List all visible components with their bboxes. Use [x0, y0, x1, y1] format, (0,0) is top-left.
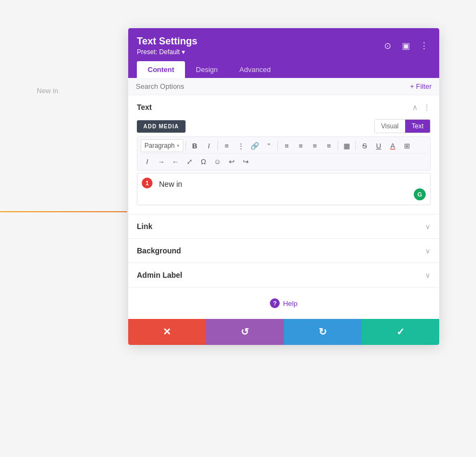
link-section-header[interactable]: Link ∨ — [128, 214, 439, 238]
toolbar-row-1: Paragraph ▾ B I ≡ ⋮ 🔗 " ≡ — [141, 139, 427, 152]
text-section-title: Text — [137, 103, 152, 112]
header-icons-group: ⊙ ▣ ⋮ — [381, 40, 431, 53]
text-section-icons: ∧ ⋮ — [412, 103, 431, 112]
text-section: Text ∧ ⋮ ADD MEDIA Visual Text — [128, 95, 439, 214]
toolbar-divider-3 — [277, 141, 278, 151]
fullscreen-button[interactable]: ⤢ — [183, 155, 196, 168]
toolbar-divider-1 — [186, 141, 186, 151]
panel-tabs: Content Design Advanced — [137, 61, 431, 78]
panel-body: Text ∧ ⋮ ADD MEDIA Visual Text — [128, 95, 439, 319]
toolbar-divider-2 — [217, 141, 218, 151]
help-icon: ? — [270, 298, 280, 308]
special-chars-button[interactable]: Ω — [197, 155, 210, 168]
editor-area[interactable]: 1 New in G — [137, 173, 431, 205]
panel-title-group: Text Settings Preset: Default ▾ — [137, 36, 197, 56]
underline-button[interactable]: U — [372, 139, 385, 152]
outdent-button[interactable]: ← — [169, 155, 182, 168]
ordered-list-button[interactable]: ⋮ — [234, 139, 247, 152]
more-icon[interactable]: ⋮ — [418, 40, 431, 53]
align-right-button[interactable]: ≡ — [308, 139, 321, 152]
paragraph-select[interactable]: Paragraph ▾ — [141, 139, 183, 152]
indent-left-button[interactable]: I — [141, 155, 154, 168]
search-bar: + Filter — [128, 78, 439, 95]
background-section-header[interactable]: Background ∨ — [128, 239, 439, 263]
italic-button[interactable]: I — [202, 139, 215, 152]
text-section-header[interactable]: Text ∧ ⋮ — [128, 95, 439, 119]
text-section-collapse-icon[interactable]: ∧ — [412, 103, 418, 112]
blockquote-button[interactable]: " — [262, 139, 275, 152]
page-background: New in Text Settings Preset: Default ▾ ⊙… — [0, 0, 476, 457]
indent-right-button[interactable]: → — [155, 155, 168, 168]
more-formats-button[interactable]: ⊞ — [400, 139, 413, 152]
text-tab-button[interactable]: Text — [405, 120, 430, 133]
emoji-button[interactable]: ☺ — [211, 155, 224, 168]
strikethrough-button[interactable]: S — [358, 139, 371, 152]
help-area: ? Help — [128, 288, 439, 319]
editor-content[interactable]: New in — [144, 179, 424, 190]
admin-label-section-header[interactable]: Admin Label ∨ — [128, 263, 439, 287]
tab-advanced[interactable]: Advanced — [229, 61, 282, 78]
align-left-button[interactable]: ≡ — [280, 139, 293, 152]
link-section-title: Link — [137, 222, 153, 231]
redo-editor-button[interactable]: ↪ — [239, 155, 252, 168]
align-center-button[interactable]: ≡ — [294, 139, 307, 152]
toolbar-row-2: I → ← ⤢ Ω ☺ ↩ ↪ — [141, 153, 427, 168]
admin-label-section-title: Admin Label — [137, 271, 182, 279]
settings-icon[interactable]: ⊙ — [381, 40, 394, 53]
toolbar-divider-5 — [355, 141, 356, 151]
unordered-list-button[interactable]: ≡ — [220, 139, 233, 152]
redo-button[interactable]: ↻ — [284, 319, 362, 345]
link-button[interactable]: 🔗 — [248, 139, 261, 152]
admin-label-section: Admin Label ∨ — [128, 263, 439, 288]
text-section-more-icon[interactable]: ⋮ — [423, 103, 431, 112]
align-justify-button[interactable]: ≡ — [322, 139, 335, 152]
panel-footer: ✕ ↺ ↻ ✓ — [128, 319, 439, 345]
panel-title: Text Settings — [137, 36, 197, 47]
side-label: New in — [37, 87, 58, 95]
orange-decoration-line — [0, 211, 127, 212]
background-section-title: Background — [137, 246, 181, 255]
panel-header: Text Settings Preset: Default ▾ ⊙ ▣ ⋮ Co… — [128, 28, 439, 78]
font-color-button[interactable]: A — [386, 139, 399, 152]
add-media-button[interactable]: ADD MEDIA — [137, 120, 186, 133]
panel-preset[interactable]: Preset: Default ▾ — [137, 48, 197, 56]
link-chevron-icon: ∨ — [425, 223, 431, 231]
layout-icon[interactable]: ▣ — [399, 40, 412, 53]
undo-button[interactable]: ↺ — [206, 319, 284, 345]
link-section: Link ∨ — [128, 214, 439, 239]
editor-badge: 1 — [142, 178, 153, 188]
text-section-content: ADD MEDIA Visual Text Paragraph ▾ — [128, 119, 439, 214]
visual-tab-button[interactable]: Visual — [375, 120, 405, 133]
cancel-button[interactable]: ✕ — [128, 319, 206, 345]
help-label[interactable]: Help — [283, 299, 298, 308]
filter-button[interactable]: + Filter — [410, 82, 432, 90]
search-input[interactable] — [136, 82, 410, 90]
save-button[interactable]: ✓ — [361, 319, 439, 345]
tab-design[interactable]: Design — [185, 61, 228, 78]
visual-text-toggle: Visual Text — [374, 119, 431, 133]
text-settings-panel: Text Settings Preset: Default ▾ ⊙ ▣ ⋮ Co… — [128, 28, 439, 345]
background-section: Background ∨ — [128, 239, 439, 263]
panel-header-top: Text Settings Preset: Default ▾ ⊙ ▣ ⋮ — [137, 36, 431, 56]
editor-top-bar: ADD MEDIA Visual Text — [137, 119, 431, 133]
undo-editor-button[interactable]: ↩ — [225, 155, 238, 168]
toolbar-divider-4 — [338, 141, 338, 151]
bold-button[interactable]: B — [188, 139, 201, 152]
grammarly-button[interactable]: G — [414, 188, 426, 200]
background-chevron-icon: ∨ — [425, 247, 431, 255]
admin-label-chevron-icon: ∨ — [425, 271, 431, 279]
editor-toolbar: Paragraph ▾ B I ≡ ⋮ 🔗 " ≡ — [137, 136, 431, 171]
table-button[interactable]: ▦ — [340, 139, 353, 152]
tab-content[interactable]: Content — [137, 61, 185, 78]
